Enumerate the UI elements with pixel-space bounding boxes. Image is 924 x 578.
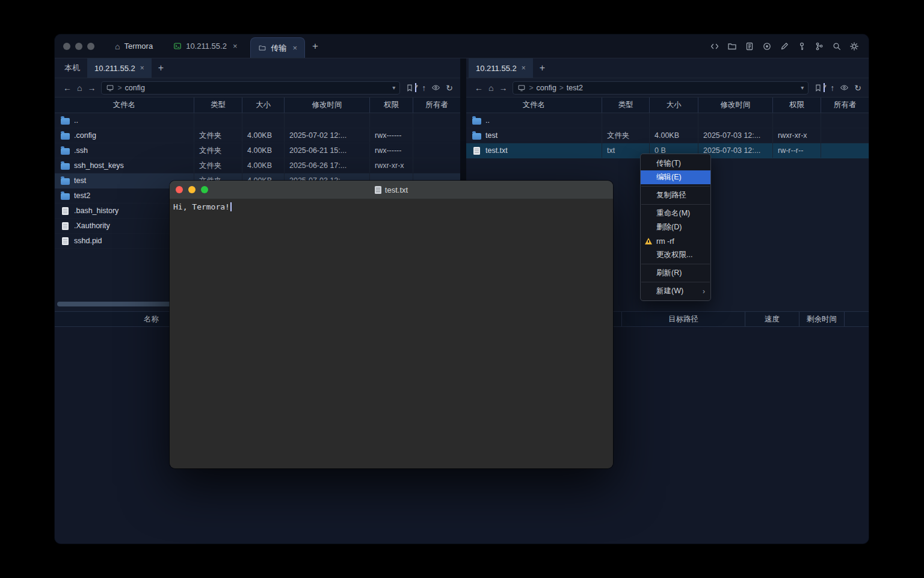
bookmark-button[interactable]: ▾ [814,83,825,92]
bookmark-icon [814,84,822,92]
search-icon[interactable] [832,42,842,51]
file-type-icon [472,133,481,140]
breadcrumb-crumb[interactable]: config [536,84,556,92]
column-header-owner[interactable]: 所有者 [413,98,460,113]
minimize-window-button[interactable] [188,186,196,193]
right-panel-toolbar: ← ⌂ → > config > test2 ▾ ▾ ↑ ↻ [466,78,869,98]
forward-icon[interactable]: → [87,84,96,92]
menu-item-delete[interactable]: 删除(D) [641,220,710,234]
tab-label: 传输 [271,43,286,54]
path-breadcrumb[interactable]: > config ▾ [101,81,400,95]
record-icon[interactable] [762,42,772,51]
tab-local[interactable]: 本机 [57,58,87,78]
breadcrumb-crumb[interactable]: test2 [567,84,583,92]
table-row[interactable]: ssh_host_keys 文件夹 4.00KB 2025-06-26 17:.… [55,158,460,173]
tab-remote-host[interactable]: 10.211.55.2 × [469,58,533,78]
titlebar-toolbar [710,42,869,51]
queue-column-speed[interactable]: 速度 [745,312,799,326]
column-header-type[interactable]: 类型 [194,98,242,113]
menu-item-transfer[interactable]: 传输(T) [641,157,710,170]
key-icon[interactable] [797,42,807,51]
file-name: .. [485,116,490,125]
close-tab-icon[interactable]: × [522,64,526,72]
column-header-owner[interactable]: 所有者 [821,98,869,113]
back-icon[interactable]: ← [63,84,72,92]
tab-remote-host[interactable]: 10.211.55.2 × [87,58,152,78]
file-size: 4.00KB [242,158,285,173]
menu-item-rm-rf[interactable]: rm -rf [641,234,710,248]
editor-title: test.txt [385,185,408,194]
branch-icon[interactable] [815,42,824,51]
column-header-name[interactable]: 文件名 [466,98,602,113]
upload-icon[interactable]: ↑ [830,84,834,92]
column-header-size[interactable]: 大小 [242,98,285,113]
tab-host[interactable]: 10.211.55.2 × [166,34,244,58]
file-type: 文件夹 [194,143,242,158]
menu-item-rename[interactable]: 重命名(M) [641,207,710,220]
file-type-icon [62,237,69,245]
bookmark-button[interactable]: ▾ [405,83,416,92]
editor-titlebar[interactable]: test.txt [170,181,613,199]
close-tab-icon[interactable]: × [140,64,144,72]
eye-icon[interactable] [431,83,440,92]
refresh-icon[interactable]: ↻ [854,84,861,92]
gear-icon[interactable] [849,42,859,51]
menu-separator [641,204,710,205]
column-header-perm[interactable]: 权限 [773,98,821,113]
breadcrumb-crumb[interactable]: config [125,84,144,92]
upload-icon[interactable]: ↑ [422,84,426,92]
file-type-icon [61,133,70,140]
zoom-window-button[interactable] [201,186,208,193]
column-header-name[interactable]: 文件名 [55,98,194,113]
table-row[interactable]: .ssh 文件夹 4.00KB 2025-06-21 15:... rwx---… [55,143,460,158]
new-tab-button[interactable]: + [533,58,552,78]
refresh-icon[interactable]: ↻ [446,84,453,92]
queue-column-remaining[interactable]: 剩余时间 [799,312,845,326]
eye-icon[interactable] [840,83,849,92]
menu-item-edit[interactable]: 编辑(E) [641,170,710,184]
editor-content[interactable]: Hi, Termora! [170,199,613,468]
forward-icon[interactable]: → [499,84,507,92]
file-type-icon [473,147,480,155]
new-tab-button[interactable]: + [305,40,325,52]
column-header-size[interactable]: 大小 [650,98,698,113]
table-row[interactable]: test 文件夹 4.00KB 2025-07-03 12:... rwxr-x… [466,128,869,143]
path-breadcrumb[interactable]: > config > test2 ▾ [513,81,808,95]
column-header-mtime[interactable]: 修改时间 [698,98,773,113]
menu-item-new[interactable]: 新建(W)› [641,284,710,298]
home-icon[interactable]: ⌂ [488,84,493,92]
close-tab-icon[interactable]: × [292,43,297,52]
menu-item-change-permissions[interactable]: 更改权限... [641,248,710,262]
app-home-tab[interactable]: ⌂ Termora [108,34,160,58]
minimize-window-button[interactable] [75,43,82,50]
home-icon[interactable]: ⌂ [77,84,82,92]
queue-column-target-path[interactable]: 目标路径 [622,312,745,326]
close-window-button[interactable] [63,43,70,50]
menu-item-refresh[interactable]: 刷新(R) [641,266,710,280]
file-type [194,113,242,128]
file-name: .. [74,116,78,125]
back-icon[interactable]: ← [475,84,483,92]
chevron-down-icon[interactable]: ▾ [801,84,804,91]
pencil-icon[interactable] [780,42,789,51]
editor-title-group: test.txt [170,185,613,194]
zoom-window-button[interactable] [87,43,94,50]
column-header-mtime[interactable]: 修改时间 [285,98,370,113]
menu-separator [641,282,710,282]
table-row[interactable]: .. [466,113,869,128]
new-tab-button[interactable]: + [152,58,170,78]
close-tab-icon[interactable]: × [233,42,238,51]
log-icon[interactable] [745,42,754,51]
tab-transfer[interactable]: 传输 × [250,37,305,58]
chevron-down-icon[interactable]: ▾ [392,84,395,91]
computer-icon [517,84,526,92]
file-mtime [285,113,370,128]
table-row[interactable]: .config 文件夹 4.00KB 2025-07-02 12:... rwx… [55,128,460,143]
column-header-type[interactable]: 类型 [602,98,650,113]
close-window-button[interactable] [176,186,183,193]
menu-item-copy-path[interactable]: 复制路径 [641,188,710,202]
folder-icon[interactable] [727,42,737,51]
code-icon[interactable] [710,42,719,51]
table-row[interactable]: .. [55,113,460,128]
column-header-perm[interactable]: 权限 [370,98,413,113]
